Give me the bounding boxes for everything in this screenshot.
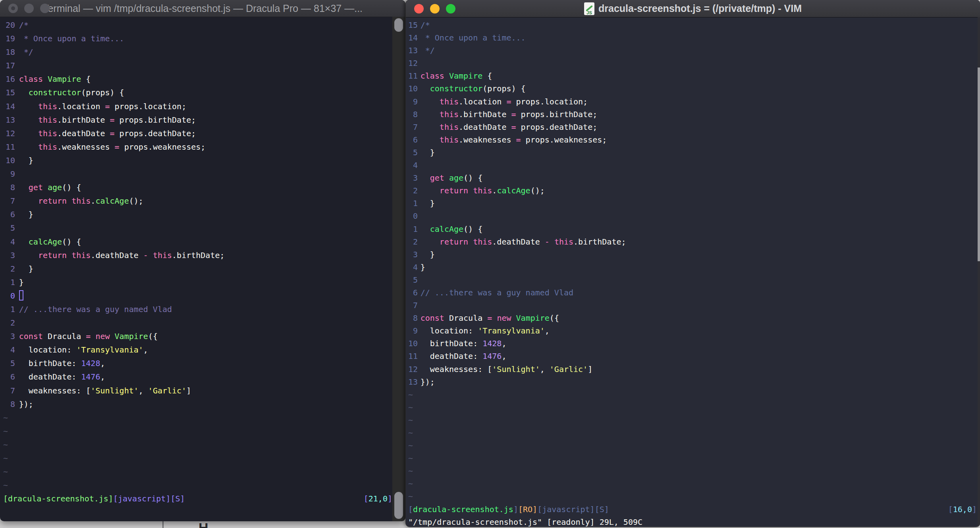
code-line[interactable]: 13 this.birthDate = props.birthDate; — [3, 113, 392, 127]
code-line[interactable]: 1 calcAge() { — [408, 223, 977, 235]
code-line[interactable]: 5 — [408, 274, 977, 286]
code-line[interactable]: 17 — [3, 59, 392, 72]
code-line[interactable]: 10 constructor(props) { — [408, 82, 977, 95]
code-token: props.weaknesses; — [521, 135, 607, 145]
code-line[interactable]: 10 birthDate: 1428, — [408, 337, 977, 350]
line-number: 1 — [3, 276, 15, 289]
macvim-buffer[interactable]: 15/*14 * Once upon a time...13 */1211cla… — [406, 19, 977, 527]
vim-command-line[interactable]: "/tmp/dracula-screenshot.js" [readonly] … — [408, 516, 977, 527]
terminal-scrollbar-thumb-bottom[interactable] — [394, 492, 403, 519]
code-line[interactable]: 1// ...there was a guy named Vlad — [3, 303, 392, 316]
code-token: = — [105, 102, 110, 111]
code-line[interactable]: 6// ...there was a guy named Vlad — [408, 286, 977, 299]
code-line[interactable]: 8const Dracula = new Vampire({ — [408, 312, 977, 324]
code-line[interactable]: 12 weaknesses: ['Sunlight', 'Garlic'] — [408, 363, 977, 376]
code-line[interactable]: 10 } — [3, 154, 392, 167]
code-line[interactable]: 5 } — [408, 146, 977, 159]
minimize-button[interactable] — [24, 4, 34, 13]
code-line[interactable]: 4 calcAge() { — [3, 235, 392, 249]
code-line[interactable]: 3const Dracula = new Vampire({ — [3, 330, 392, 343]
code-line[interactable]: 15/* — [408, 19, 977, 31]
code-line[interactable]: 2 return this.deathDate - this.birthDate… — [408, 235, 977, 248]
code-line[interactable]: 7 return this.calcAge(); — [3, 194, 392, 208]
terminal-vim-buffer[interactable]: 20/*19 * Once upon a time...18 */1716cla… — [0, 18, 392, 519]
code-line[interactable]: 5 birthDate: 1428, — [3, 356, 392, 370]
terminal-window: Terminal — vim /tmp/dracula-screenshot.j… — [0, 0, 405, 521]
macvim-scrollbar-thumb[interactable] — [978, 67, 980, 261]
code-token: return — [440, 237, 468, 247]
line-number: 15 — [408, 19, 418, 31]
code-line[interactable]: 16class Vampire { — [3, 72, 392, 86]
code-line[interactable]: 3 } — [408, 248, 977, 261]
minimize-button[interactable] — [430, 4, 440, 13]
code-line[interactable]: 2 } — [3, 262, 392, 276]
code-line[interactable]: 18 */ — [3, 45, 392, 59]
empty-line-tilde: ~ — [3, 438, 392, 451]
line-number: 1 — [408, 197, 418, 210]
code-token: ] — [186, 386, 191, 395]
close-button[interactable] — [8, 4, 18, 13]
zoom-button[interactable] — [446, 4, 455, 13]
macvim-scrollbar-track[interactable] — [978, 17, 980, 527]
code-token: { — [81, 74, 91, 84]
code-line[interactable]: 11class Vampire { — [408, 69, 977, 82]
code-line[interactable]: 15 constructor(props) { — [3, 86, 392, 99]
code-line[interactable]: 6 deathDate: 1476, — [3, 370, 392, 383]
code-line[interactable]: 7 weaknesses: ['Sunlight', 'Garlic'] — [3, 384, 392, 397]
code-line[interactable]: 3 return this.deathDate - this.birthDate… — [3, 249, 392, 262]
document-proxy-icon[interactable]: JS — [584, 2, 594, 15]
line-number: 0 — [408, 210, 418, 222]
code-line[interactable]: 8 this.birthDate = props.birthDate; — [408, 108, 977, 121]
terminal-scrollbar-track[interactable] — [392, 17, 405, 521]
code-line[interactable]: 9 location: 'Transylvania', — [408, 324, 977, 337]
code-token: this — [440, 122, 459, 132]
code-line[interactable]: 13 */ — [408, 44, 977, 57]
code-token: () { — [463, 224, 482, 234]
code-line[interactable]: 1} — [3, 276, 392, 289]
vim-command-line[interactable] — [3, 505, 392, 519]
code-line[interactable]: 7 this.deathDate = props.deathDate; — [408, 121, 977, 133]
code-line[interactable]: 11 deathDate: 1476, — [408, 350, 977, 362]
code-line[interactable]: 0 — [408, 210, 977, 222]
code-token: .weaknesses — [57, 142, 115, 152]
code-token: 'Transylvania' — [478, 326, 545, 335]
line-number: 7 — [408, 121, 418, 133]
zoom-button[interactable] — [40, 4, 50, 13]
code-line[interactable]: 2 return this.calcAge(); — [408, 184, 977, 197]
code-line[interactable]: 1 } — [408, 197, 977, 210]
code-token: new — [497, 313, 511, 323]
code-line[interactable]: 8}); — [3, 397, 392, 411]
code-line[interactable]: 11 this.weaknesses = props.weaknesses; — [3, 140, 392, 154]
terminal-scrollbar-thumb[interactable] — [394, 18, 403, 32]
code-line[interactable]: 13}); — [408, 376, 977, 388]
code-line[interactable]: 4 location: 'Transylvania', — [3, 343, 392, 356]
code-line[interactable]: 9 — [3, 167, 392, 181]
code-line[interactable]: 4 — [408, 159, 977, 172]
line-number: 10 — [408, 337, 418, 350]
line-number: 0 — [3, 289, 15, 303]
code-line[interactable]: 4} — [408, 261, 977, 274]
line-number: 13 — [408, 44, 418, 57]
code-line[interactable]: 19 * Once upon a time... — [3, 32, 392, 45]
code-line[interactable]: 8 get age() { — [3, 181, 392, 194]
code-line[interactable]: 14 * Once upon a time... — [408, 31, 977, 44]
code-line[interactable]: 6 } — [3, 208, 392, 221]
code-line[interactable]: 2 — [3, 316, 392, 330]
code-token — [148, 251, 153, 260]
code-token: .deathDate — [57, 129, 110, 138]
code-line[interactable]: 0 — [3, 289, 392, 303]
code-line[interactable]: 12 this.deathDate = props.deathDate; — [3, 127, 392, 140]
close-button[interactable] — [414, 4, 424, 13]
code-line[interactable]: 5 — [3, 221, 392, 235]
code-token: = — [506, 97, 511, 106]
code-line[interactable]: 7 — [408, 299, 977, 312]
code-line[interactable]: 6 this.weaknesses = props.weaknesses; — [408, 133, 977, 146]
code-line[interactable]: 3 get age() { — [408, 172, 977, 184]
code-line[interactable]: 20/* — [3, 18, 392, 32]
macvim-titlebar[interactable]: JS dracula-screenshot.js = (/private/tmp… — [406, 0, 980, 17]
code-line[interactable]: 9 this.location = props.location; — [408, 95, 977, 108]
code-token: ] — [513, 505, 518, 514]
code-line[interactable]: 14 this.location = props.location; — [3, 100, 392, 113]
code-line[interactable]: 12 — [408, 57, 977, 69]
terminal-titlebar[interactable]: Terminal — vim /tmp/dracula-screenshot.j… — [0, 0, 405, 17]
